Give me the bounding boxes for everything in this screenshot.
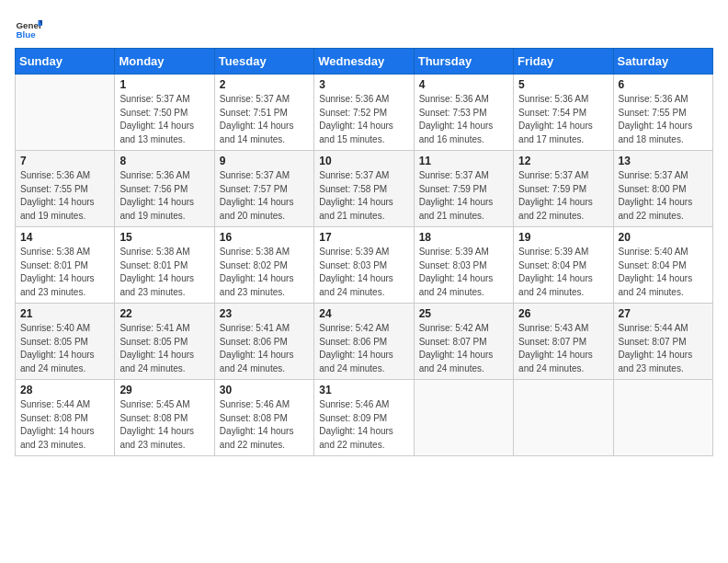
day-info: Sunrise: 5:37 AMSunset: 7:59 PMDaylight:… — [518, 169, 608, 223]
calendar-cell — [16, 75, 115, 151]
calendar-cell: 25Sunrise: 5:42 AMSunset: 8:07 PMDayligh… — [414, 304, 513, 380]
calendar-week-2: 7Sunrise: 5:36 AMSunset: 7:55 PMDaylight… — [16, 151, 713, 227]
day-number: 6 — [619, 78, 708, 91]
calendar-cell: 21Sunrise: 5:40 AMSunset: 8:05 PMDayligh… — [16, 304, 115, 380]
day-info: Sunrise: 5:36 AMSunset: 7:52 PMDaylight:… — [319, 93, 408, 146]
day-number: 17 — [319, 231, 408, 244]
day-info: Sunrise: 5:43 AMSunset: 8:07 PMDaylight:… — [518, 322, 608, 375]
day-info: Sunrise: 5:37 AMSunset: 8:00 PMDaylight:… — [619, 169, 708, 223]
dow-saturday: Saturday — [613, 49, 712, 75]
calendar-cell: 18Sunrise: 5:39 AMSunset: 8:03 PMDayligh… — [414, 227, 513, 304]
day-info: Sunrise: 5:45 AMSunset: 8:08 PMDaylight:… — [119, 398, 209, 452]
day-info: Sunrise: 5:39 AMSunset: 8:03 PMDaylight:… — [419, 246, 508, 299]
calendar-cell: 26Sunrise: 5:43 AMSunset: 8:07 PMDayligh… — [514, 304, 613, 380]
calendar-cell: 30Sunrise: 5:46 AMSunset: 8:08 PMDayligh… — [214, 380, 313, 456]
calendar-week-3: 14Sunrise: 5:38 AMSunset: 8:01 PMDayligh… — [16, 227, 713, 304]
calendar-cell: 11Sunrise: 5:37 AMSunset: 7:59 PMDayligh… — [414, 151, 513, 227]
calendar-cell: 13Sunrise: 5:37 AMSunset: 8:00 PMDayligh… — [613, 151, 712, 227]
days-of-week-header: SundayMondayTuesdayWednesdayThursdayFrid… — [16, 49, 713, 75]
day-info: Sunrise: 5:39 AMSunset: 8:04 PMDaylight:… — [518, 246, 608, 299]
dow-sunday: Sunday — [16, 49, 115, 75]
day-info: Sunrise: 5:36 AMSunset: 7:55 PMDaylight:… — [20, 169, 109, 223]
day-info: Sunrise: 5:37 AMSunset: 7:50 PMDaylight:… — [119, 93, 209, 146]
day-number: 15 — [119, 231, 209, 244]
day-number: 25 — [419, 307, 508, 320]
day-number: 30 — [220, 384, 309, 396]
day-number: 20 — [619, 231, 708, 244]
day-number: 26 — [518, 307, 608, 320]
calendar-cell: 1Sunrise: 5:37 AMSunset: 7:50 PMDaylight… — [115, 75, 214, 151]
day-info: Sunrise: 5:39 AMSunset: 8:03 PMDaylight:… — [319, 246, 408, 299]
calendar-cell: 19Sunrise: 5:39 AMSunset: 8:04 PMDayligh… — [514, 227, 613, 304]
calendar-cell: 29Sunrise: 5:45 AMSunset: 8:08 PMDayligh… — [115, 380, 214, 456]
day-number: 28 — [20, 384, 109, 396]
day-number: 2 — [220, 78, 309, 91]
calendar-cell: 22Sunrise: 5:41 AMSunset: 8:05 PMDayligh… — [115, 304, 214, 380]
day-info: Sunrise: 5:40 AMSunset: 8:05 PMDaylight:… — [20, 322, 109, 375]
day-info: Sunrise: 5:37 AMSunset: 7:59 PMDaylight:… — [419, 169, 508, 223]
calendar-table: SundayMondayTuesdayWednesdayThursdayFrid… — [15, 48, 713, 456]
calendar-week-4: 21Sunrise: 5:40 AMSunset: 8:05 PMDayligh… — [16, 304, 713, 380]
day-info: Sunrise: 5:38 AMSunset: 8:01 PMDaylight:… — [119, 246, 209, 299]
dow-friday: Friday — [514, 49, 613, 75]
calendar-cell: 31Sunrise: 5:46 AMSunset: 8:09 PMDayligh… — [314, 380, 414, 456]
day-number: 23 — [220, 307, 309, 320]
calendar-cell: 6Sunrise: 5:36 AMSunset: 7:55 PMDaylight… — [613, 75, 712, 151]
logo-icon: General Blue — [15, 15, 42, 42]
day-info: Sunrise: 5:36 AMSunset: 7:55 PMDaylight:… — [619, 93, 708, 146]
day-number: 18 — [419, 231, 508, 244]
dow-wednesday: Wednesday — [314, 49, 414, 75]
day-info: Sunrise: 5:44 AMSunset: 8:07 PMDaylight:… — [619, 322, 708, 375]
svg-text:Blue: Blue — [17, 29, 37, 40]
day-info: Sunrise: 5:37 AMSunset: 7:57 PMDaylight:… — [220, 169, 309, 223]
day-number: 7 — [20, 155, 109, 167]
day-number: 12 — [518, 155, 608, 167]
calendar-cell: 14Sunrise: 5:38 AMSunset: 8:01 PMDayligh… — [16, 227, 115, 304]
day-info: Sunrise: 5:37 AMSunset: 7:58 PMDaylight:… — [319, 169, 408, 223]
calendar-cell: 16Sunrise: 5:38 AMSunset: 8:02 PMDayligh… — [214, 227, 313, 304]
calendar-cell: 5Sunrise: 5:36 AMSunset: 7:54 PMDaylight… — [514, 75, 613, 151]
calendar-cell: 12Sunrise: 5:37 AMSunset: 7:59 PMDayligh… — [514, 151, 613, 227]
day-number: 29 — [119, 384, 209, 396]
day-info: Sunrise: 5:38 AMSunset: 8:02 PMDaylight:… — [220, 246, 309, 299]
calendar-cell: 23Sunrise: 5:41 AMSunset: 8:06 PMDayligh… — [214, 304, 313, 380]
day-number: 10 — [319, 155, 408, 167]
calendar-cell: 15Sunrise: 5:38 AMSunset: 8:01 PMDayligh… — [115, 227, 214, 304]
day-info: Sunrise: 5:40 AMSunset: 8:04 PMDaylight:… — [619, 246, 708, 299]
day-info: Sunrise: 5:36 AMSunset: 7:54 PMDaylight:… — [518, 93, 608, 146]
calendar-cell — [613, 380, 712, 456]
day-number: 3 — [319, 78, 408, 91]
day-info: Sunrise: 5:38 AMSunset: 8:01 PMDaylight:… — [20, 246, 109, 299]
day-info: Sunrise: 5:41 AMSunset: 8:06 PMDaylight:… — [220, 322, 309, 375]
day-number: 1 — [119, 78, 209, 91]
day-number: 22 — [119, 307, 209, 320]
page-header: General Blue — [15, 15, 713, 42]
day-number: 19 — [518, 231, 608, 244]
day-info: Sunrise: 5:46 AMSunset: 8:08 PMDaylight:… — [220, 398, 309, 452]
day-number: 24 — [319, 307, 408, 320]
calendar-cell: 3Sunrise: 5:36 AMSunset: 7:52 PMDaylight… — [314, 75, 414, 151]
calendar-cell — [414, 380, 513, 456]
day-number: 27 — [619, 307, 708, 320]
calendar-cell: 24Sunrise: 5:42 AMSunset: 8:06 PMDayligh… — [314, 304, 414, 380]
day-number: 16 — [220, 231, 309, 244]
calendar-week-1: 1Sunrise: 5:37 AMSunset: 7:50 PMDaylight… — [16, 75, 713, 151]
day-number: 8 — [119, 155, 209, 167]
day-number: 21 — [20, 307, 109, 320]
calendar-week-5: 28Sunrise: 5:44 AMSunset: 8:08 PMDayligh… — [16, 380, 713, 456]
calendar-cell: 9Sunrise: 5:37 AMSunset: 7:57 PMDaylight… — [214, 151, 313, 227]
day-number: 14 — [20, 231, 109, 244]
day-info: Sunrise: 5:37 AMSunset: 7:51 PMDaylight:… — [220, 93, 309, 146]
day-number: 11 — [419, 155, 508, 167]
day-info: Sunrise: 5:36 AMSunset: 7:53 PMDaylight:… — [419, 93, 508, 146]
day-number: 13 — [619, 155, 708, 167]
calendar-cell: 17Sunrise: 5:39 AMSunset: 8:03 PMDayligh… — [314, 227, 414, 304]
calendar-cell: 8Sunrise: 5:36 AMSunset: 7:56 PMDaylight… — [115, 151, 214, 227]
logo: General Blue — [15, 15, 42, 42]
calendar-cell — [514, 380, 613, 456]
calendar-cell: 7Sunrise: 5:36 AMSunset: 7:55 PMDaylight… — [16, 151, 115, 227]
dow-tuesday: Tuesday — [214, 49, 313, 75]
day-info: Sunrise: 5:44 AMSunset: 8:08 PMDaylight:… — [20, 398, 109, 452]
dow-monday: Monday — [115, 49, 214, 75]
dow-thursday: Thursday — [414, 49, 513, 75]
